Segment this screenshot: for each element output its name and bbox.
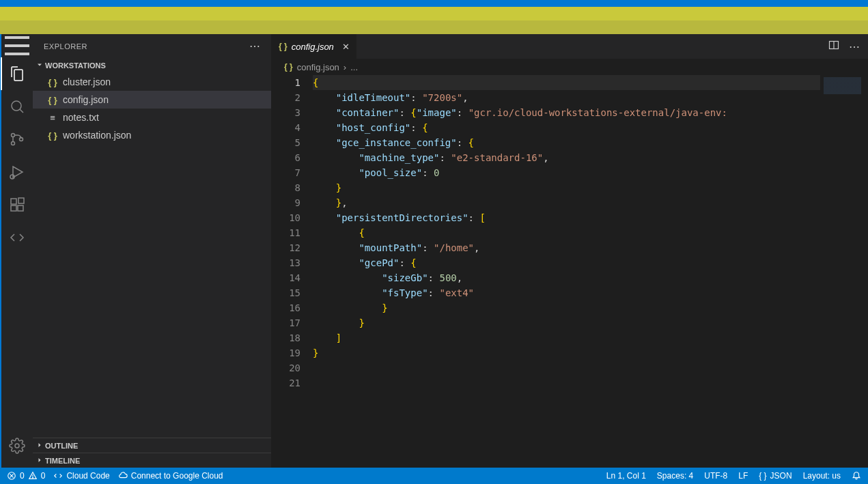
editor-area: { } config.json ✕ ⋯ { } config.json › ..… — [272, 34, 868, 468]
svg-point-14 — [15, 444, 19, 448]
chevron-down-icon — [36, 61, 44, 70]
status-layout[interactable]: Layout: us — [803, 471, 841, 481]
window-accent-bar2 — [0, 20, 868, 34]
status-problems[interactable]: 0 0 — [7, 471, 45, 481]
code-line[interactable]: "fsType": "ext4" — [313, 285, 820, 300]
json-file-icon: { } — [46, 95, 59, 105]
status-cursor-position[interactable]: Ln 1, Col 1 — [606, 471, 646, 481]
error-count: 0 — [20, 471, 25, 481]
status-cloud-code[interactable]: Cloud Code — [53, 471, 109, 481]
code-line[interactable]: ] — [313, 330, 820, 345]
explorer-title: EXPLORER — [44, 42, 87, 51]
tab-close-icon[interactable]: ✕ — [342, 42, 350, 52]
split-editor-icon[interactable] — [828, 40, 839, 53]
svg-point-6 — [12, 142, 15, 145]
svg-line-4 — [20, 109, 23, 113]
outline-label: OUTLINE — [45, 442, 78, 450]
tab-label: config.json — [292, 42, 334, 52]
timeline-label: TIMELINE — [45, 457, 80, 465]
status-indentation[interactable]: Spaces: 4 — [657, 471, 693, 481]
file-name: config.json — [63, 94, 109, 105]
code-line[interactable]: "gcePd": { — [313, 255, 820, 270]
code-line[interactable]: "sizeGb": 500, — [313, 270, 820, 285]
code-line[interactable]: "persistentDirectories": [ — [313, 210, 820, 225]
app-menu-button[interactable] — [1, 34, 33, 57]
svg-rect-11 — [11, 205, 16, 211]
explorer-activity-icon[interactable] — [1, 57, 33, 90]
json-file-icon: { } — [284, 62, 293, 72]
breadcrumb-file: config.json — [297, 62, 339, 72]
source-control-activity-icon[interactable] — [1, 123, 33, 156]
file-list: { }cluster.json{ }config.json≡notes.txt{… — [33, 73, 271, 438]
code-line[interactable]: "idleTimeout": "7200s", — [313, 90, 820, 105]
status-connect-cloud[interactable]: Connect to Google Cloud — [118, 471, 223, 481]
status-language[interactable]: { } JSON — [759, 471, 792, 481]
status-eol[interactable]: LF — [738, 471, 748, 481]
code-line[interactable]: "pool_size": 0 — [313, 165, 820, 180]
code-line[interactable]: } — [313, 345, 820, 360]
minimap-content — [824, 77, 861, 94]
cloud-code-label: Cloud Code — [66, 471, 109, 481]
code-line[interactable]: "gce_instance_config": { — [313, 135, 820, 150]
explorer-sidebar: EXPLORER ⋯ WORKSTATIONS { }cluster.json{… — [33, 34, 272, 468]
tab-config-json[interactable]: { } config.json ✕ — [272, 34, 357, 59]
file-item-config-json[interactable]: { }config.json — [33, 91, 271, 109]
code-line[interactable]: { — [313, 75, 820, 90]
status-notifications-icon[interactable] — [852, 471, 861, 481]
outline-section[interactable]: OUTLINE — [33, 438, 271, 453]
timeline-section[interactable]: TIMELINE — [33, 453, 271, 468]
code-line[interactable]: } — [313, 315, 820, 330]
breadcrumb[interactable]: { } config.json › ... — [272, 59, 868, 75]
code-line[interactable]: } — [313, 180, 820, 195]
file-item-cluster-json[interactable]: { }cluster.json — [33, 73, 271, 91]
minimap[interactable] — [820, 75, 868, 468]
json-braces-icon: { } — [759, 471, 766, 481]
text-file-icon: ≡ — [46, 113, 59, 123]
code-line[interactable]: "mountPath": "/home", — [313, 240, 820, 255]
json-file-icon: { } — [279, 42, 288, 51]
explorer-more-icon[interactable]: ⋯ — [249, 40, 261, 53]
chevron-right-icon — [36, 441, 44, 451]
svg-point-5 — [12, 134, 15, 137]
code-line[interactable]: "machine_type": "e2-standard-16", — [313, 150, 820, 165]
status-bar: 0 0 Cloud Code Connect to Google Cloud L… — [0, 468, 868, 484]
code-line[interactable] — [313, 360, 820, 375]
tabs-row: { } config.json ✕ ⋯ — [272, 34, 868, 59]
file-name: workstation.json — [63, 130, 131, 141]
code-line[interactable] — [313, 375, 820, 390]
editor-more-icon[interactable]: ⋯ — [849, 40, 860, 53]
extensions-activity-icon[interactable] — [1, 188, 33, 221]
code-line[interactable]: { — [313, 225, 820, 240]
svg-rect-13 — [18, 198, 24, 203]
settings-gear-icon[interactable] — [1, 429, 33, 462]
code-line[interactable]: "container": {"image": "gcr.io/cloud-wor… — [313, 105, 820, 120]
svg-point-21 — [32, 477, 33, 478]
run-debug-activity-icon[interactable] — [1, 156, 33, 188]
cloud-code-activity-icon[interactable] — [1, 221, 33, 254]
file-name: cluster.json — [63, 76, 111, 87]
workspace-folder-name: WORKSTATIONS — [45, 61, 106, 70]
connect-cloud-label: Connect to Google Cloud — [131, 471, 223, 481]
code-line[interactable]: } — [313, 300, 820, 315]
svg-rect-10 — [11, 199, 16, 204]
chevron-right-icon — [36, 456, 44, 466]
code-line[interactable]: "host_config": { — [313, 120, 820, 135]
breadcrumb-trail: ... — [350, 62, 358, 72]
json-file-icon: { } — [46, 77, 59, 87]
file-name: notes.txt — [63, 112, 99, 123]
svg-rect-12 — [18, 205, 23, 211]
file-item-notes-txt[interactable]: ≡notes.txt — [33, 109, 271, 126]
json-file-icon: { } — [46, 130, 59, 141]
file-item-workstation-json[interactable]: { }workstation.json — [33, 126, 271, 144]
window-top-border — [0, 0, 868, 7]
code-content[interactable]: { "idleTimeout": "7200s", "container": {… — [313, 75, 820, 468]
search-activity-icon[interactable] — [1, 90, 33, 123]
line-number-gutter: 123456789101112131415161718192021 — [272, 75, 313, 468]
workspace-folder-header[interactable]: WORKSTATIONS — [33, 58, 271, 73]
window-accent-bar — [0, 7, 868, 20]
editor-body[interactable]: 123456789101112131415161718192021 { "idl… — [272, 75, 868, 468]
code-line[interactable]: }, — [313, 195, 820, 210]
svg-point-3 — [12, 101, 21, 111]
status-encoding[interactable]: UTF-8 — [704, 471, 727, 481]
warning-count: 0 — [41, 471, 46, 481]
